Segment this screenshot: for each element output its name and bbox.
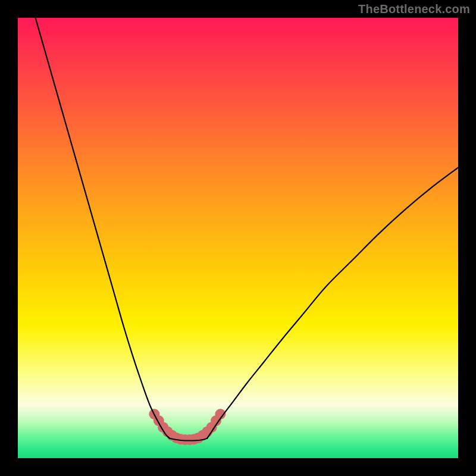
- series-right-curve: [207, 168, 458, 439]
- outer-frame: TheBottleneck.com: [0, 0, 476, 476]
- series-left-curve: [36, 18, 170, 439]
- curve-layer: [0, 0, 476, 476]
